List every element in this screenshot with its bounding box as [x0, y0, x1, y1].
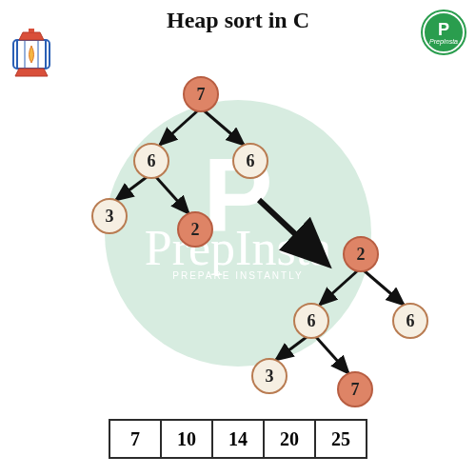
tree2-node-r: 6	[392, 303, 428, 339]
tree1-node-root: 7	[183, 76, 219, 112]
tree2-node-root: 2	[343, 236, 379, 272]
transition-arrow	[259, 200, 324, 261]
tree2-node-l: 6	[293, 303, 329, 339]
page-title: Heap sort in C	[0, 8, 476, 33]
tree-edge	[316, 337, 348, 373]
brand-badge: P PrepInsta	[423, 11, 465, 53]
tree-edge	[204, 110, 244, 145]
tree-edge	[276, 337, 307, 360]
badge-letter: P	[438, 21, 449, 38]
tree1-node-lr: 2	[177, 211, 213, 248]
edges-svg	[0, 57, 476, 438]
tree-edge	[320, 270, 358, 305]
tree2-node-ll: 3	[251, 358, 288, 394]
tree-edge	[156, 177, 188, 213]
tree-edge	[116, 177, 147, 200]
heap-diagram: 7266663327	[0, 57, 476, 438]
badge-label: PrepInsta	[429, 38, 458, 45]
tree1-node-l: 6	[133, 143, 169, 179]
tree-edge	[160, 110, 198, 145]
tree1-node-r: 6	[232, 143, 268, 179]
tree2-node-lr: 7	[337, 371, 373, 407]
tree1-node-ll: 3	[91, 198, 128, 234]
svg-rect-5	[29, 29, 34, 32]
tree-edge	[364, 270, 404, 305]
